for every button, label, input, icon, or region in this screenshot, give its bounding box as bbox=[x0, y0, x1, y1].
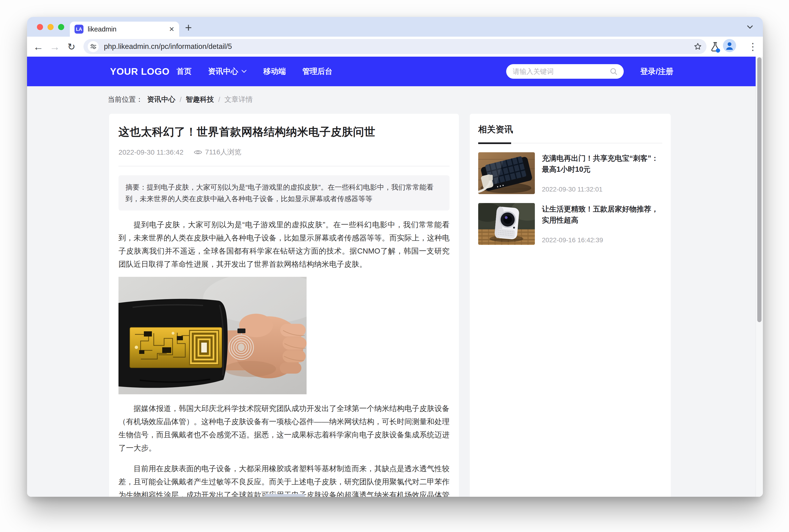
bookmark-star-icon[interactable] bbox=[693, 42, 702, 51]
favicon: LA bbox=[75, 25, 83, 34]
tab-strip: LA likeadmin ✕ + bbox=[27, 17, 763, 37]
article-paragraph: 提到电子皮肤，大家可别以为是“电子游戏里的虚拟皮肤”。在一些科幻电影中，我们常常… bbox=[118, 218, 450, 271]
browser-window: LA likeadmin ✕ + ← → ↻ php.likeadmin.cn/… bbox=[27, 17, 763, 497]
page-content: 当前位置： 资讯中心 / 智趣科技 / 文章详情 这也太科幻了！世界首款网格结构… bbox=[27, 86, 763, 497]
related-article-title[interactable]: 让生活更精致！五款居家好物推荐，实用性超高 bbox=[542, 204, 662, 226]
heading-underline bbox=[478, 142, 662, 143]
nav-item-mobile[interactable]: 移动端 bbox=[263, 66, 286, 77]
browser-tab[interactable]: LA likeadmin ✕ bbox=[70, 22, 179, 37]
new-tab-button[interactable]: + bbox=[185, 21, 192, 34]
site-logo[interactable]: YOUR LOGO bbox=[110, 57, 170, 86]
related-news-card: 相关资讯 bbox=[470, 114, 671, 497]
site-settings-icon[interactable] bbox=[88, 41, 99, 52]
site-search-box[interactable] bbox=[506, 64, 624, 79]
minimize-window-button[interactable] bbox=[48, 24, 54, 30]
article-image-electronic-skin bbox=[118, 277, 306, 394]
traffic-lights bbox=[37, 24, 64, 30]
article-date: 2022-09-30 11:36:42 bbox=[118, 148, 183, 156]
search-input[interactable] bbox=[512, 68, 609, 76]
breadcrumb-item-current: 文章详情 bbox=[225, 95, 253, 104]
scrollbar-thumb[interactable] bbox=[757, 57, 762, 322]
close-window-button[interactable] bbox=[37, 24, 43, 30]
nav-item-admin[interactable]: 管理后台 bbox=[302, 66, 333, 77]
related-article-item[interactable]: 让生活更精致！五款居家好物推荐，实用性超高 2022-09-16 16:42:3… bbox=[478, 203, 662, 245]
search-icon[interactable] bbox=[609, 68, 618, 75]
reload-button[interactable]: ↻ bbox=[68, 37, 75, 57]
url-bar[interactable]: php.likeadmin.cn/pc/information/detail/5 bbox=[83, 39, 707, 54]
login-register-link[interactable]: 登录/注册 bbox=[640, 57, 673, 86]
breadcrumb-item-category[interactable]: 智趣科技 bbox=[186, 95, 214, 104]
article-title: 这也太科幻了！世界首款网格结构纳米电子皮肤问世 bbox=[118, 125, 450, 139]
tab-close-icon[interactable]: ✕ bbox=[169, 25, 174, 33]
breadcrumb-separator: / bbox=[218, 96, 220, 103]
tab-search-chevron-icon[interactable] bbox=[747, 24, 753, 31]
breadcrumb-item-news-center[interactable]: 资讯中心 bbox=[147, 95, 175, 104]
nav-item-home[interactable]: 首页 bbox=[176, 66, 192, 77]
article-meta: 2022-09-30 11:36:42 7116人浏览 bbox=[118, 147, 450, 157]
fullscreen-window-button[interactable] bbox=[58, 24, 64, 30]
profile-avatar[interactable] bbox=[723, 39, 736, 52]
back-button[interactable]: ← bbox=[33, 37, 43, 57]
article-summary: 摘要：提到电子皮肤，大家可别以为是“电子游戏里的虚拟皮肤”。在一些科幻电影中，我… bbox=[118, 175, 450, 211]
related-article-title[interactable]: 充满电再出门！共享充电宝“刺客”：最高1小时10元 bbox=[542, 153, 662, 175]
site-navbar: YOUR LOGO 首页 资讯中心 移动端 管理后台 登录 bbox=[27, 57, 763, 86]
eye-icon bbox=[194, 149, 202, 155]
browser-menu-icon[interactable]: ⋮ bbox=[748, 37, 758, 57]
related-news-heading: 相关资讯 bbox=[478, 124, 662, 135]
nav-item-news-center[interactable]: 资讯中心 bbox=[208, 66, 247, 77]
breadcrumb: 当前位置： 资讯中心 / 智趣科技 / 文章详情 bbox=[108, 95, 253, 104]
tab-title: likeadmin bbox=[88, 25, 169, 33]
experiments-flask-icon[interactable] bbox=[709, 41, 721, 54]
related-article-date: 2022-09-30 11:32:01 bbox=[542, 186, 662, 194]
pagination-button-peek[interactable] bbox=[264, 494, 305, 497]
divider bbox=[118, 166, 450, 166]
site-nav-items: 首页 资讯中心 移动端 管理后台 bbox=[176, 57, 333, 86]
article-views: 7116人浏览 bbox=[194, 147, 241, 157]
article-card: 这也太科幻了！世界首款网格结构纳米电子皮肤问世 2022-09-30 11:36… bbox=[109, 114, 459, 497]
related-article-date: 2022-09-16 16:42:39 bbox=[542, 236, 662, 245]
browser-toolbar: ← → ↻ php.likeadmin.cn/pc/information/de… bbox=[27, 37, 763, 57]
article-paragraph: 据媒体报道，韩国大邱庆北科学技术院研究团队成功开发出了全球第一个纳米结构电子皮肤… bbox=[118, 402, 450, 454]
related-article-item[interactable]: 充满电再出门！共享充电宝“刺客”：最高1小时10元 2022-09-30 11:… bbox=[478, 152, 662, 194]
chevron-down-icon bbox=[241, 70, 247, 73]
url-text[interactable]: php.likeadmin.cn/pc/information/detail/5 bbox=[104, 42, 693, 51]
breadcrumb-prefix: 当前位置： bbox=[108, 95, 143, 104]
breadcrumb-separator: / bbox=[180, 96, 182, 103]
related-thumbnail-powerbank[interactable] bbox=[478, 152, 535, 194]
article-paragraph: 目前用在皮肤表面的电子设备，大都采用橡胶或者塑料等基材制造而来，其缺点是透水透气… bbox=[118, 462, 450, 497]
forward-button[interactable]: → bbox=[50, 37, 60, 57]
related-thumbnail-projector[interactable] bbox=[478, 203, 535, 245]
